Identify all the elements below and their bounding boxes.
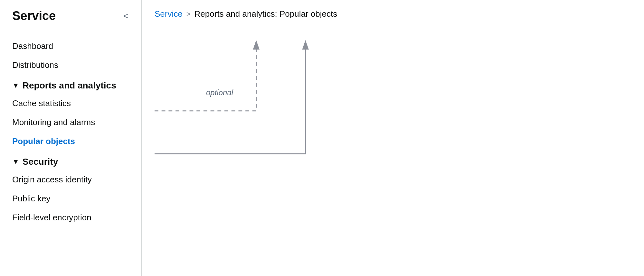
chevron-left-icon: < [123, 11, 128, 21]
diagram-svg [155, 32, 631, 225]
sidebar-header: Service < [0, 0, 141, 30]
sidebar-item-dashboard[interactable]: Dashboard [0, 37, 141, 56]
main-content: Service > Reports and analytics: Popular… [142, 0, 644, 276]
dashed-arrow-path [155, 41, 256, 111]
breadcrumb-service-link[interactable]: Service [155, 9, 183, 19]
solid-arrow-path [155, 41, 306, 154]
sidebar-item-field-level-encryption[interactable]: Field-level encryption [0, 208, 141, 227]
breadcrumb-separator: > [186, 10, 191, 18]
sidebar-section-security[interactable]: ▼ Security [0, 151, 141, 170]
sidebar-title: Service [12, 9, 56, 23]
sidebar-item-monitoring-alarms[interactable]: Monitoring and alarms [0, 113, 141, 132]
sidebar-section-reports-analytics[interactable]: ▼ Reports and analytics [0, 75, 141, 94]
sidebar-item-public-key[interactable]: Public key [0, 189, 141, 208]
sidebar-collapse-button[interactable]: < [121, 10, 131, 23]
breadcrumb-current: Reports and analytics: Popular objects [194, 9, 337, 19]
sidebar: Service < Dashboard Distributions ▼ Repo… [0, 0, 142, 276]
sidebar-item-popular-objects[interactable]: Popular objects [0, 132, 141, 151]
sidebar-item-origin-access-identity[interactable]: Origin access identity [0, 170, 141, 189]
chevron-down-icon: ▼ [12, 158, 19, 166]
breadcrumb: Service > Reports and analytics: Popular… [142, 0, 644, 25]
sidebar-navigation: Dashboard Distributions ▼ Reports and an… [0, 30, 141, 276]
chevron-down-icon: ▼ [12, 81, 19, 90]
sidebar-item-cache-statistics[interactable]: Cache statistics [0, 94, 141, 113]
sidebar-item-distributions[interactable]: Distributions [0, 56, 141, 75]
diagram-area: optional [155, 32, 631, 225]
